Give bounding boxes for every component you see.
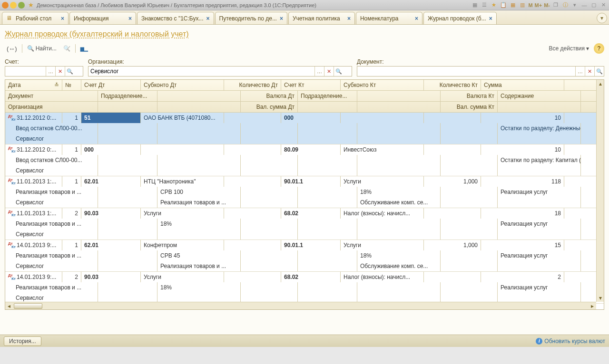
clear-find-button[interactable]: 🔍̸ bbox=[61, 43, 72, 54]
header-cell[interactable]: Дата≛ bbox=[5, 80, 62, 90]
org-search-button[interactable]: 🔍 bbox=[334, 67, 343, 76]
table-row[interactable]: 14.01.2013 9:...162.01Конфетпром90.01.1У… bbox=[5, 240, 604, 272]
table-row[interactable]: 11.01.2013 1:...290.03Услуги68.02Налог (… bbox=[5, 208, 604, 240]
history-button[interactable]: История... bbox=[4, 336, 41, 346]
scroll-down-icon[interactable]: ▾ bbox=[597, 294, 604, 302]
table-row[interactable]: 31.12.2012 0:...100080.09ИнвестСоюз10Вво… bbox=[5, 144, 604, 176]
header-cell[interactable]: Валюта Дт bbox=[241, 91, 298, 101]
header-cell[interactable]: № bbox=[62, 80, 81, 90]
favorite-star-icon[interactable]: ★ bbox=[28, 1, 34, 9]
all-actions-dropdown[interactable]: Все действия ▾ bbox=[547, 43, 591, 54]
doc-clear-button[interactable]: ✕ bbox=[585, 67, 594, 76]
header-cell[interactable]: Сумма bbox=[481, 80, 564, 90]
tab-close-icon[interactable]: × bbox=[489, 15, 492, 22]
header-cell[interactable]: Подразделение... bbox=[98, 91, 157, 101]
tab-2[interactable]: Знакомство с "1С:Бух...× bbox=[137, 12, 214, 24]
doc-select-button[interactable]: … bbox=[575, 67, 585, 76]
m-button[interactable]: M bbox=[528, 2, 532, 8]
table-row[interactable]: 11.01.2013 1:...162.01НТЦ "Нанотроника"9… bbox=[5, 176, 604, 208]
tab-close-icon[interactable]: × bbox=[128, 15, 132, 22]
cell bbox=[298, 261, 357, 271]
org-input[interactable] bbox=[88, 67, 314, 76]
account-field[interactable]: … ✕ 🔍 bbox=[5, 66, 83, 77]
header-cell[interactable]: Субконто Кт bbox=[341, 80, 424, 90]
vertical-scrollbar[interactable]: ▴ ▾ bbox=[596, 80, 604, 302]
header-cell[interactable]: Содержание bbox=[498, 91, 581, 101]
update-rates-link[interactable]: i Обновить курсы валют bbox=[536, 338, 605, 345]
header-cell[interactable]: Количество Дт bbox=[224, 80, 281, 90]
titlebar-btn-3[interactable] bbox=[18, 2, 25, 9]
org-field[interactable]: … ✕ 🔍 bbox=[88, 66, 352, 77]
header-cell[interactable]: Организация bbox=[5, 102, 98, 112]
table-row[interactable]: 14.01.2013 9:...290.03Услуги68.02Налог (… bbox=[5, 272, 604, 304]
account-search-button[interactable]: 🔍 bbox=[65, 67, 74, 76]
header-cell[interactable]: Счет Дт bbox=[81, 80, 141, 90]
header-cell[interactable] bbox=[157, 102, 241, 112]
tab-close-icon[interactable]: × bbox=[347, 15, 351, 22]
account-input[interactable] bbox=[5, 67, 46, 76]
tab-close-icon[interactable]: × bbox=[206, 15, 209, 22]
tab-5[interactable]: Номенклатура× bbox=[356, 12, 422, 24]
page-title: Журнал проводок (бухгалтерский и налогов… bbox=[5, 30, 604, 38]
header-cell[interactable] bbox=[98, 102, 157, 112]
interval-button[interactable]: (↔) bbox=[5, 43, 19, 54]
org-select-button[interactable]: … bbox=[314, 67, 324, 76]
help-button[interactable]: ? bbox=[594, 43, 604, 54]
tab-4[interactable]: Учетная политика× bbox=[288, 12, 355, 24]
info-icon[interactable]: ⓘ bbox=[561, 1, 569, 9]
tab-close-icon[interactable]: × bbox=[415, 15, 418, 22]
close-icon[interactable]: ✕ bbox=[599, 1, 607, 9]
toolbar-icon-2[interactable]: ☰ bbox=[481, 1, 488, 9]
titlebar-1c-icon[interactable] bbox=[2, 2, 9, 9]
calendar-icon[interactable]: ▥ bbox=[519, 1, 526, 9]
toolbar-star-icon[interactable]: ★ bbox=[490, 1, 498, 9]
find-button[interactable]: 🔍 Найти... bbox=[25, 43, 59, 54]
toolbar-icon-4[interactable]: ❐ bbox=[552, 1, 560, 9]
dt-kt-button[interactable]: ▆▁ bbox=[79, 43, 90, 54]
dropdown-icon[interactable]: ▾ bbox=[571, 1, 579, 9]
tab-close-icon[interactable]: × bbox=[61, 15, 64, 22]
tab-0[interactable]: 🖥Рабочий стол× bbox=[2, 12, 69, 24]
header-cell[interactable] bbox=[498, 102, 581, 112]
tab-overflow-button[interactable]: ▾ bbox=[597, 13, 607, 23]
header-cell[interactable] bbox=[157, 91, 241, 101]
grid-body[interactable]: 31.12.2012 0:...151ОАО БАНК ВТБ (4071080… bbox=[5, 113, 604, 309]
scroll-right-icon[interactable]: ▸ bbox=[589, 302, 596, 310]
header-cell[interactable]: Субконто Дт bbox=[141, 80, 224, 90]
toolbar-icon-3[interactable]: 📋 bbox=[500, 1, 507, 9]
header-cell[interactable]: Вал. сумма Кт bbox=[441, 102, 498, 112]
account-clear-button[interactable]: ✕ bbox=[55, 67, 65, 76]
header-cell[interactable] bbox=[298, 102, 357, 112]
cell bbox=[424, 113, 481, 123]
toolbar-icon-1[interactable]: ▦ bbox=[471, 1, 479, 9]
header-cell[interactable] bbox=[357, 91, 441, 101]
m-plus-button[interactable]: M+ bbox=[535, 2, 542, 8]
minimize-icon[interactable]: — bbox=[580, 1, 588, 9]
cell: 2 bbox=[481, 272, 564, 282]
scroll-thumb[interactable] bbox=[14, 303, 42, 309]
maximize-icon[interactable]: ▢ bbox=[590, 1, 598, 9]
horizontal-scrollbar[interactable]: ◂ ▸ bbox=[5, 302, 596, 309]
doc-input[interactable] bbox=[357, 67, 575, 76]
account-select-button[interactable]: … bbox=[46, 67, 55, 76]
scroll-left-icon[interactable]: ◂ bbox=[5, 302, 13, 310]
calculator-icon[interactable]: ▦ bbox=[509, 1, 517, 9]
header-cell[interactable]: Валюта Кт bbox=[441, 91, 498, 101]
header-cell[interactable]: Количество Кт bbox=[424, 80, 481, 90]
tab-3[interactable]: Путеводитель по де...× bbox=[215, 12, 287, 24]
m-minus-button[interactable]: M- bbox=[544, 2, 550, 8]
doc-search-button[interactable]: 🔍 bbox=[594, 67, 604, 76]
tab-1[interactable]: Информация× bbox=[69, 12, 136, 24]
doc-field[interactable]: … ✕ 🔍 bbox=[357, 66, 604, 77]
org-clear-button[interactable]: ✕ bbox=[324, 67, 334, 76]
header-cell[interactable] bbox=[357, 102, 441, 112]
header-cell[interactable]: Вал. сумма Дт bbox=[241, 102, 298, 112]
scroll-up-icon[interactable]: ▴ bbox=[597, 80, 604, 87]
tab-close-icon[interactable]: × bbox=[280, 15, 283, 22]
tab-6[interactable]: Журнал проводок (б...× bbox=[423, 12, 497, 24]
header-cell[interactable]: Документ bbox=[5, 91, 98, 101]
titlebar-btn-2[interactable] bbox=[10, 2, 17, 9]
header-cell[interactable]: Счет Кт bbox=[281, 80, 341, 90]
table-row[interactable]: 31.12.2012 0:...151ОАО БАНК ВТБ (4071080… bbox=[5, 113, 604, 144]
header-cell[interactable]: Подразделение... bbox=[298, 91, 357, 101]
